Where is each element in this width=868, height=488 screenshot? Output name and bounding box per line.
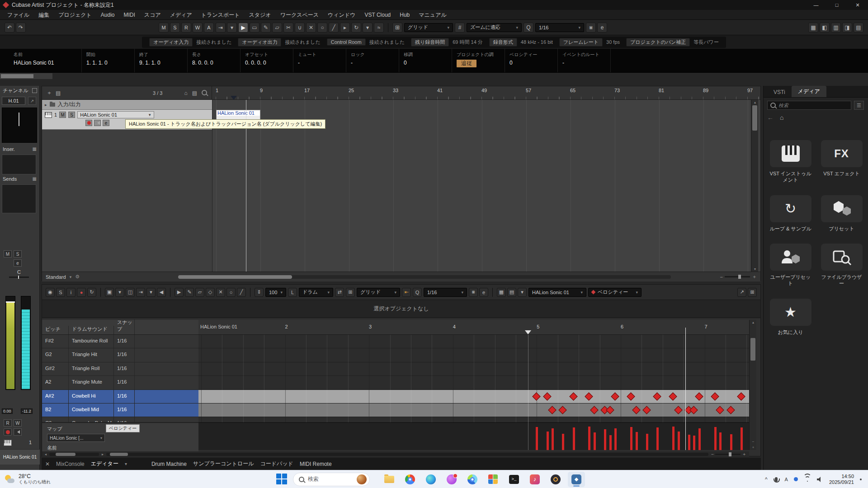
drum-note[interactable] bbox=[690, 406, 698, 414]
velocity-bar[interactable] bbox=[693, 436, 695, 450]
split-tool[interactable]: ✂ bbox=[283, 23, 293, 33]
scrollbar-thumb[interactable] bbox=[110, 453, 128, 456]
info-icon[interactable]: i bbox=[66, 288, 75, 297]
audio-app-taskbar-icon[interactable] bbox=[547, 472, 564, 487]
zoom-in-icon[interactable]: ＋ bbox=[752, 273, 757, 280]
velocity-bar[interactable] bbox=[604, 429, 606, 450]
info-field[interactable]: 終了9. 1. 1. 0 bbox=[135, 49, 188, 72]
drum-note[interactable] bbox=[533, 392, 541, 400]
mute-tool[interactable]: ✕ bbox=[216, 288, 225, 297]
expand-arrow-icon[interactable]: ▸ bbox=[45, 103, 47, 107]
drum-row-B2[interactable]: B2Cowbell Mid1/16 bbox=[42, 404, 198, 417]
midi-input-icon[interactable]: ⇥ bbox=[136, 288, 145, 297]
grid-type-select[interactable]: グリッド▾ bbox=[404, 23, 453, 32]
zoom-in-icon[interactable]: ＋ bbox=[742, 451, 746, 457]
zoom-out-icon[interactable]: − bbox=[750, 440, 757, 444]
info-field[interactable]: ベロシティー0 bbox=[505, 49, 558, 72]
zoom-out-icon[interactable]: − bbox=[720, 274, 723, 280]
drum-note[interactable] bbox=[726, 406, 735, 414]
quantize-icon[interactable]: Q bbox=[413, 288, 422, 297]
media-tile-piano[interactable]: VST インストゥルメント bbox=[768, 140, 813, 183]
project-ruler[interactable]: 191725334149576573818997 bbox=[212, 86, 760, 99]
velocity-bar[interactable] bbox=[698, 428, 701, 450]
link-icon[interactable]: ◫ bbox=[126, 288, 135, 297]
drum-lane-G#2[interactable] bbox=[198, 362, 749, 376]
track-solo-button[interactable]: S bbox=[68, 112, 75, 118]
media-tile-loop[interactable]: ↻ループ & サンプル bbox=[768, 195, 813, 232]
bluetooth-icon[interactable] bbox=[794, 477, 798, 481]
drum-note[interactable] bbox=[569, 392, 577, 400]
menu-item-プロジェクト[interactable]: プロジェクト bbox=[54, 10, 96, 20]
start-button[interactable] bbox=[276, 473, 288, 486]
inserts-rack-icon[interactable]: ▦ bbox=[33, 146, 37, 151]
info-field[interactable]: 長さ8. 0. 0. 0 bbox=[188, 49, 241, 72]
controller-select[interactable]: ベロシティー▾ bbox=[588, 288, 642, 297]
drum-row-A#2[interactable]: A#2Cowbell Hi1/16 bbox=[42, 390, 198, 404]
velocity-bar[interactable] bbox=[719, 432, 722, 450]
zoom-slider[interactable] bbox=[715, 454, 741, 455]
info-field[interactable]: 移調0 bbox=[399, 49, 452, 72]
draw-tool[interactable]: ✎ bbox=[261, 23, 271, 33]
velocity-bar[interactable] bbox=[609, 435, 612, 450]
chrome-2-taskbar-icon[interactable] bbox=[464, 472, 481, 487]
feedback-icon[interactable]: ◀ bbox=[157, 288, 166, 297]
drum-row-A2[interactable]: A2Triangle Mute1/16 bbox=[42, 376, 198, 389]
status-label[interactable]: 録音形式 bbox=[489, 38, 517, 47]
media-tile-file-browser[interactable]: ファイルブラウザー bbox=[819, 244, 864, 287]
drum-lane-G2[interactable] bbox=[198, 348, 749, 362]
search-highlights-icon[interactable] bbox=[357, 474, 367, 484]
info-field[interactable]: プロジェクトの調追従 bbox=[452, 49, 505, 72]
terminal-taskbar-icon[interactable]: >_ bbox=[505, 472, 523, 487]
channel-fader[interactable] bbox=[5, 296, 15, 390]
colors-icon[interactable]: ▤ bbox=[507, 288, 516, 297]
menu-item-スタジオ[interactable]: スタジオ bbox=[245, 10, 276, 20]
track-monitor-button[interactable] bbox=[94, 120, 101, 126]
loop-icon[interactable]: ↻ bbox=[351, 23, 361, 33]
track-select[interactable]: HALion Sonic 01▾ bbox=[528, 288, 586, 297]
automation-M-button[interactable]: M bbox=[159, 23, 169, 33]
status-label[interactable]: オーディオ入力 bbox=[149, 38, 193, 47]
editor-horizontal-scrollbar[interactable]: ◂ ▸ − ＋ bbox=[42, 451, 749, 457]
view-toggle-icon[interactable]: ☰ bbox=[854, 101, 864, 110]
write-automation-button[interactable]: W bbox=[14, 419, 22, 427]
status-label[interactable]: プロジェクトのパン補正 bbox=[626, 38, 690, 47]
grid-mode-icon[interactable]: # bbox=[455, 23, 465, 33]
menu-item-スコア[interactable]: スコア bbox=[140, 10, 165, 20]
media-tile-star[interactable]: ★お気に入り bbox=[768, 299, 813, 336]
visibility-agent-label[interactable]: Standard bbox=[46, 274, 66, 280]
grid-scrollbar[interactable] bbox=[106, 453, 708, 456]
editor-ruler[interactable]: HALion Sonic 01 234567 bbox=[198, 320, 749, 335]
drum-note[interactable] bbox=[674, 406, 682, 414]
tab-MixConsole[interactable]: MixConsole bbox=[56, 461, 85, 467]
menu-item-メディア[interactable]: メディア bbox=[165, 10, 197, 20]
snap-icon[interactable]: ⊞ bbox=[346, 288, 355, 297]
zoom-out-icon[interactable]: − bbox=[711, 452, 714, 457]
velocity-bar[interactable] bbox=[630, 427, 632, 450]
drum-row-G#2[interactable]: G#2Triangle Roll1/16 bbox=[42, 362, 198, 376]
media-search-input[interactable]: 検索 bbox=[767, 101, 851, 110]
overview-thumb[interactable] bbox=[1, 74, 33, 78]
drum-note[interactable] bbox=[669, 392, 677, 400]
menu-item-トランスポート[interactable]: トランスポート bbox=[197, 10, 245, 20]
menu-item-Hub[interactable]: Hub bbox=[395, 10, 414, 20]
velocity-bar[interactable] bbox=[594, 432, 596, 450]
drum-lane-A#2[interactable] bbox=[198, 390, 749, 404]
lower-zone-icon[interactable]: ▥ bbox=[831, 23, 841, 33]
clock[interactable]: 14:50 2025/09/21 bbox=[829, 474, 854, 485]
drum-note[interactable] bbox=[606, 406, 614, 414]
info-field[interactable]: オフセット0. 0. 0. 0 bbox=[241, 49, 293, 72]
tab-サンプラーコントロール[interactable]: サンプラーコントロール bbox=[193, 460, 254, 468]
automation-S-button[interactable]: S bbox=[170, 23, 180, 33]
edit-mode-select[interactable]: ドラム▾ bbox=[299, 288, 333, 297]
close-lower-zone-icon[interactable]: ✕ bbox=[45, 461, 50, 467]
scroll-right-icon[interactable]: ▸ bbox=[102, 452, 104, 456]
gear-icon[interactable]: ⚙ bbox=[75, 274, 80, 280]
volume-icon[interactable] bbox=[817, 477, 823, 482]
photos-taskbar-icon[interactable] bbox=[485, 472, 502, 487]
chrome-taskbar-icon[interactable] bbox=[401, 472, 419, 487]
drum-note-grid[interactable] bbox=[198, 335, 749, 422]
drum-note[interactable] bbox=[716, 406, 724, 414]
drum-note[interactable] bbox=[695, 392, 703, 400]
drum-lane-F#2[interactable] bbox=[198, 335, 749, 348]
drum-lane-C3[interactable] bbox=[198, 417, 749, 422]
